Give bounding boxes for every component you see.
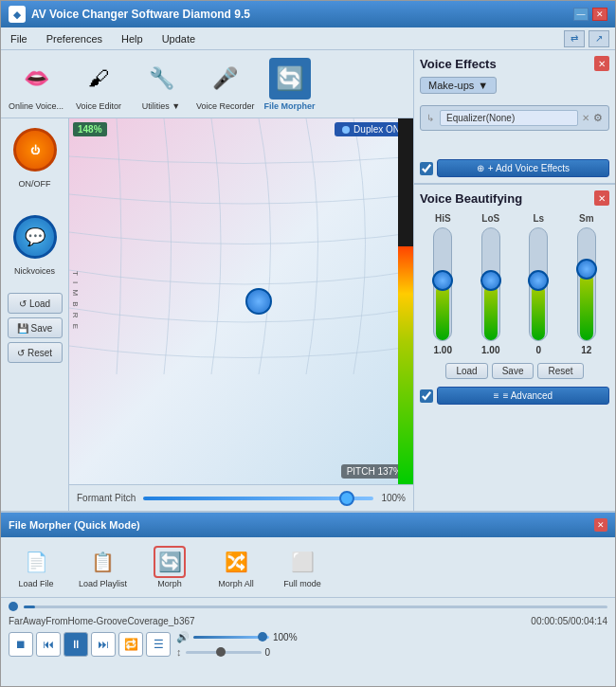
fm-tool-load-playlist[interactable]: 📋 Load Playlist — [79, 546, 127, 588]
full-mode-label: Full mode — [283, 579, 321, 588]
ve-chain-gear-icon[interactable]: ⚙ — [593, 112, 603, 124]
fm-progress-fill — [24, 606, 35, 608]
nickvoices-button[interactable]: 💬 — [13, 215, 57, 259]
morph-icon: 🔄 — [154, 546, 186, 578]
vb-buttons: Load Save Reset — [420, 363, 609, 379]
fm-tool-morph[interactable]: 🔄 Morph — [146, 546, 193, 588]
morph-grid[interactable]: 148% Duplex ON PITCH 137% — [69, 118, 413, 484]
fm-tool-morph-all[interactable]: 🔀 Morph All — [212, 546, 260, 588]
fm-pause-button[interactable]: ⏸ — [63, 632, 88, 657]
vb-sm-track[interactable] — [577, 227, 596, 341]
vb-checkbox[interactable] — [420, 389, 433, 403]
on-off-button[interactable]: ⏻ — [13, 128, 57, 172]
menu-file[interactable]: File — [7, 31, 31, 46]
fm-progress-dot — [9, 602, 18, 611]
tool-voice-editor[interactable]: 🖌 Voice Editor — [71, 58, 126, 111]
vb-title: Voice Beautifying — [420, 191, 522, 206]
formant-pitch-thumb[interactable] — [339, 491, 354, 506]
reset-button[interactable]: ↺ Reset — [8, 342, 63, 363]
vb-los-fill — [484, 284, 498, 340]
minimize-button[interactable]: — — [573, 8, 589, 21]
tool-voice-recorder[interactable]: 🎤 Voice Recorder — [196, 58, 255, 111]
vb-his-thumb[interactable] — [432, 270, 453, 291]
app-title: AV Voice Changer Software Diamond 9.5 — [31, 8, 573, 21]
fm-volume-track[interactable] — [193, 636, 269, 639]
voice-recorder-icon: 🎤 — [205, 58, 246, 99]
tool-utilities[interactable]: 🔧 Utilities ▼ — [134, 58, 189, 111]
ve-chain: ↳ Equalizer(None) ✕ ⚙ — [420, 105, 609, 131]
vb-advanced-button[interactable]: ≡ ≡ Advanced — [437, 387, 609, 405]
vb-his-value: 1.00 — [434, 345, 452, 355]
main-window: ◆ AV Voice Changer Software Diamond 9.5 … — [0, 0, 616, 687]
tool-file-morpher[interactable]: 🔄 File Morpher — [263, 58, 317, 111]
morph-all-label: Morph All — [218, 579, 254, 588]
fm-prev-button[interactable]: ⏮ — [36, 632, 61, 657]
load-file-label: Load File — [18, 579, 53, 588]
vb-sm-thumb[interactable] — [576, 259, 597, 280]
vb-ls-thumb[interactable] — [528, 270, 549, 291]
reset-label: Reset — [27, 348, 52, 358]
morph-cursor[interactable] — [245, 288, 272, 315]
ve-chain-indent: ↳ — [426, 113, 436, 123]
fm-pitch-value: 0 — [265, 647, 271, 658]
fm-pitch-track[interactable] — [186, 651, 262, 654]
menu-help[interactable]: Help — [118, 31, 147, 46]
duplex-badge: Duplex ON — [335, 122, 408, 136]
fm-pitch-thumb[interactable] — [216, 647, 226, 657]
vb-close-button[interactable]: ✕ — [594, 190, 609, 206]
vb-los-track[interactable] — [481, 227, 500, 341]
vb-sm-fill — [580, 273, 593, 340]
ve-add-button[interactable]: ⊕ + Add Voice Effects — [437, 159, 609, 177]
vb-save-button[interactable]: Save — [492, 363, 534, 379]
voice-recorder-label: Voice Recorder — [196, 101, 255, 111]
power-icon: ⏻ — [30, 145, 40, 155]
vb-ls-track[interactable] — [529, 227, 548, 341]
fm-close-button[interactable]: ✕ — [594, 518, 607, 532]
fm-tool-full-mode[interactable]: ⬜ Full mode — [279, 546, 326, 588]
ve-makeups-dropdown[interactable]: Make-ups ▼ — [420, 77, 497, 94]
morph-grid-svg — [69, 118, 413, 484]
vb-his-track[interactable] — [433, 227, 452, 341]
left-panel: 👄 Online Voice... 🖌 Voice Editor 🔧 Utili… — [1, 50, 413, 511]
main-toolbar: 👄 Online Voice... 🖌 Voice Editor 🔧 Utili… — [1, 50, 413, 118]
menu-update[interactable]: Update — [158, 31, 199, 46]
online-voice-icon: 👄 — [15, 58, 57, 99]
fm-menu-button[interactable]: ☰ — [146, 632, 171, 657]
vu-meter — [398, 118, 413, 484]
fm-repeat-button[interactable]: 🔁 — [118, 632, 143, 657]
timbre-side: T I M B R E — [71, 118, 80, 484]
fm-stop-button[interactable]: ⏹ — [9, 632, 33, 657]
vb-sm-value: 12 — [581, 345, 591, 355]
load-playlist-icon: 📋 — [87, 546, 119, 578]
fm-title-bar: File Morpher (Quick Mode) ✕ — [1, 513, 615, 537]
tool-online-voice[interactable]: 👄 Online Voice... — [9, 58, 63, 111]
formant-pitch-value: 100% — [381, 493, 406, 503]
formant-pitch-track[interactable] — [143, 497, 373, 500]
fm-progress-track[interactable] — [24, 606, 607, 608]
fm-volume-thumb[interactable] — [258, 632, 267, 642]
fm-progress-row — [1, 598, 615, 615]
switch-icon[interactable]: ⇄ — [564, 30, 585, 47]
content-area: 👄 Online Voice... 🖌 Voice Editor 🔧 Utili… — [1, 50, 615, 511]
ve-chain-remove[interactable]: ✕ — [582, 113, 589, 123]
save-icon: 💾 — [17, 323, 28, 334]
chevron-down-icon: ▼ — [478, 80, 488, 91]
vb-los-thumb[interactable] — [480, 270, 501, 291]
save-label: Save — [31, 323, 53, 334]
menu-icon-area: ⇄ ↗ — [564, 30, 609, 47]
close-button[interactable]: ✕ — [592, 8, 607, 21]
ve-close-button[interactable]: ✕ — [594, 56, 609, 71]
ve-checkbox[interactable] — [420, 162, 433, 175]
save-button[interactable]: 💾 Save — [8, 317, 63, 338]
fm-tool-load-file[interactable]: 📄 Load File — [12, 546, 60, 588]
menu-preferences[interactable]: Preferences — [43, 31, 106, 46]
vb-load-button[interactable]: Load — [445, 363, 487, 379]
fm-next-button[interactable]: ⏭ — [91, 632, 116, 657]
vb-advanced-label: ≡ Advanced — [503, 390, 553, 401]
export-icon[interactable]: ↗ — [589, 30, 609, 47]
vb-slider-sm: Sm 12 — [577, 213, 596, 355]
vb-reset-button[interactable]: Reset — [537, 363, 583, 379]
fm-toolbar: 📄 Load File 📋 Load Playlist 🔄 Morph 🔀 Mo… — [1, 537, 615, 598]
vb-his-label: HiS — [435, 213, 451, 224]
load-button[interactable]: ↺ Load — [8, 293, 63, 314]
